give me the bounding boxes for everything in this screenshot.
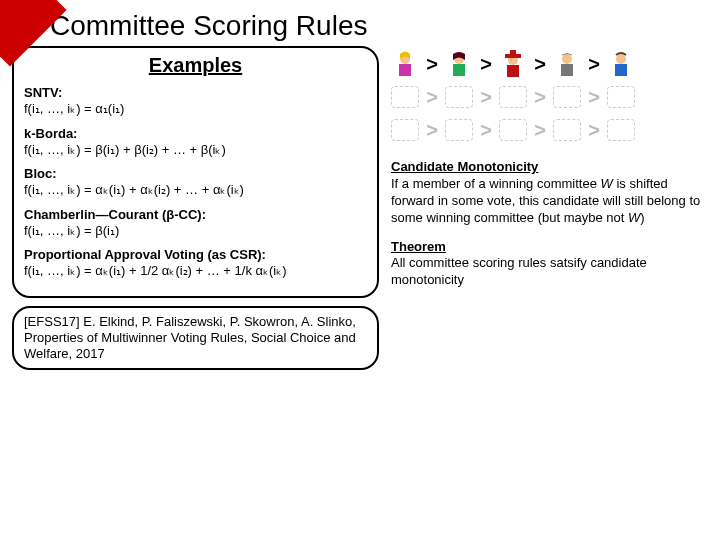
- gt-symbol: >: [585, 86, 603, 109]
- svg-rect-7: [507, 65, 519, 77]
- examples-box: Examples SNTV: f(i₁, …, iₖ) = α₁(i₁) k-B…: [12, 46, 379, 298]
- rule-bloc: Bloc: f(i₁, …, iₖ) = αₖ(i₁) + αₖ(i₂) + ……: [24, 166, 367, 199]
- gt-symbol: >: [423, 119, 441, 142]
- candidate-icon: [553, 49, 581, 79]
- svg-point-10: [616, 54, 626, 64]
- gt-symbol: >: [423, 86, 441, 109]
- svg-point-8: [562, 54, 572, 64]
- monotonicity-text: Candidate Monotonicity If a member of a …: [391, 159, 703, 227]
- theorem-text: Theorem All committee scoring rules sats…: [391, 239, 703, 290]
- slide-title: Committee Scoring Rules: [50, 10, 720, 42]
- candidate-placeholder: [445, 86, 473, 108]
- preference-rankings: > > > > > > > >: [391, 49, 703, 145]
- candidate-placeholder: [607, 86, 635, 108]
- gt-symbol: >: [531, 119, 549, 142]
- gt-symbol: >: [531, 86, 549, 109]
- ranking-row: > > > >: [391, 49, 703, 79]
- rule-kborda: k-Borda: f(i₁, …, iₖ) = β(i₁) + β(i₂) + …: [24, 126, 367, 159]
- gt-symbol: >: [531, 53, 549, 76]
- candidate-icon: [445, 49, 473, 79]
- candidate-placeholder: [391, 119, 419, 141]
- candidate-icon: [499, 49, 527, 79]
- svg-rect-1: [399, 64, 411, 76]
- candidate-placeholder: [499, 119, 527, 141]
- ranking-row-faded: > > > >: [391, 82, 703, 112]
- candidate-placeholder: [553, 119, 581, 141]
- gt-symbol: >: [477, 86, 495, 109]
- rule-cc: Chamberlin—Courant (β-CC): f(i₁, …, iₖ) …: [24, 207, 367, 240]
- candidate-icon: [607, 49, 635, 79]
- theorem-heading: Theorem: [391, 239, 446, 254]
- reference-box: [EFSS17] E. Elkind, P. Faliszewski, P. S…: [12, 306, 379, 371]
- gt-symbol: >: [585, 119, 603, 142]
- svg-rect-9: [561, 64, 573, 76]
- svg-rect-3: [453, 64, 465, 76]
- gt-symbol: >: [585, 53, 603, 76]
- svg-rect-6: [510, 50, 516, 55]
- gt-symbol: >: [423, 53, 441, 76]
- gt-symbol: >: [477, 53, 495, 76]
- examples-heading: Examples: [24, 54, 367, 77]
- monotonicity-heading: Candidate Monotonicity: [391, 159, 538, 174]
- candidate-placeholder: [445, 119, 473, 141]
- ranking-row-faded: > > > >: [391, 115, 703, 145]
- candidate-icon: [391, 49, 419, 79]
- candidate-placeholder: [499, 86, 527, 108]
- candidate-placeholder: [607, 119, 635, 141]
- candidate-placeholder: [391, 86, 419, 108]
- svg-rect-11: [615, 64, 627, 76]
- rule-pav: Proportional Approval Voting (as CSR): f…: [24, 247, 367, 280]
- gt-symbol: >: [477, 119, 495, 142]
- candidate-placeholder: [553, 86, 581, 108]
- rule-sntv: SNTV: f(i₁, …, iₖ) = α₁(i₁): [24, 85, 367, 118]
